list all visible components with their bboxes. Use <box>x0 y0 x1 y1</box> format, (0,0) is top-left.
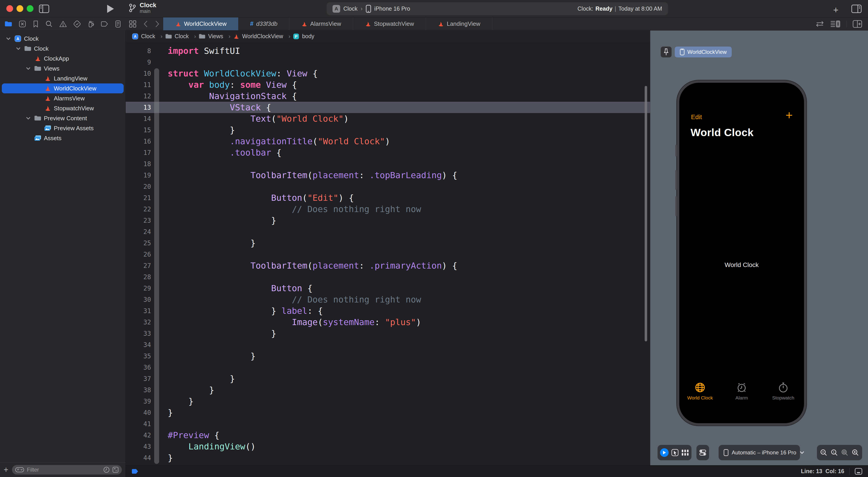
breadcrumb-item[interactable]: Clock › <box>165 33 199 39</box>
code-line[interactable]: 18 <box>126 158 650 170</box>
bookmarks-navigator-icon[interactable] <box>33 20 39 28</box>
code-line[interactable]: 33 } <box>126 328 650 339</box>
variants-mode-icon[interactable] <box>681 449 689 456</box>
disclosure-chevron-icon[interactable] <box>15 47 22 50</box>
phone-tab[interactable]: World Clock <box>679 382 721 400</box>
code-line[interactable]: 22 // Does nothing right now <box>126 204 650 215</box>
zoom-in-icon[interactable] <box>852 449 859 456</box>
breadcrumb-item[interactable]: WorldClockView › <box>233 33 293 39</box>
code-line[interactable]: 40 } <box>126 407 650 418</box>
disclosure-chevron-icon[interactable] <box>5 37 12 40</box>
source-editor[interactable]: 8 import SwiftUI 9 10 struct WorldClockV… <box>126 42 650 465</box>
zoom-window-button[interactable] <box>27 5 33 12</box>
code-line[interactable]: 36 <box>126 362 650 373</box>
run-button[interactable] <box>106 4 115 13</box>
code-line[interactable]: 26 <box>126 249 650 260</box>
preview-target-chip[interactable]: WorldClockView <box>675 47 732 57</box>
edit-button[interactable]: Edit <box>691 114 702 121</box>
recent-files-clock-icon[interactable] <box>103 467 110 473</box>
code-line[interactable]: 17 .toolbar { <box>126 147 650 158</box>
code-line[interactable]: 19 ToolbarItem(placement: .topBarLeading… <box>126 170 650 181</box>
source-control-navigator-icon[interactable] <box>19 20 26 28</box>
code-line[interactable]: 27 ToolbarItem(placement: .primaryAction… <box>126 260 650 271</box>
filter-menu-icon[interactable] <box>15 467 24 473</box>
navigate-forward-icon[interactable] <box>151 18 163 30</box>
tree-row[interactable]: Preview Content <box>2 113 124 123</box>
disclosure-chevron-icon[interactable] <box>25 117 32 120</box>
code-line[interactable]: 41 <box>126 418 650 429</box>
code-line[interactable]: 11 var body: some View { <box>126 79 650 90</box>
editor-tab[interactable]: AlarmsView <box>289 18 353 30</box>
reports-navigator-icon[interactable] <box>115 20 121 28</box>
tree-row[interactable]: Preview Assets <box>2 123 124 133</box>
disclosure-chevron-icon[interactable] <box>25 67 32 70</box>
plus-icon[interactable]: + <box>785 109 793 121</box>
breadcrumb-item[interactable]: P body <box>293 33 314 39</box>
code-line[interactable]: 24 <box>126 226 650 237</box>
code-line[interactable]: 28 <box>126 271 650 282</box>
left-sidebar-toggle-icon[interactable] <box>39 4 49 13</box>
tree-row[interactable]: StopwatchView <box>2 103 124 113</box>
preview-device-selector[interactable]: Automatic – iPhone 16 Pro <box>719 445 800 460</box>
editor-tab[interactable]: # d33f3db <box>238 18 289 30</box>
tree-row[interactable]: AlarmsView <box>2 93 124 103</box>
editor-tab[interactable]: StopwatchView <box>353 18 426 30</box>
code-line[interactable]: 23 } <box>126 215 650 226</box>
close-window-button[interactable] <box>6 5 13 12</box>
code-line[interactable]: 29 Button { <box>126 282 650 294</box>
library-add-icon[interactable]: + <box>833 5 838 15</box>
code-line[interactable]: 44 } <box>126 452 650 464</box>
code-line[interactable]: 38 } <box>126 384 650 396</box>
project-navigator-icon[interactable] <box>4 21 12 27</box>
breakpoints-navigator-icon[interactable] <box>101 21 108 27</box>
code-line[interactable]: 25 } <box>126 237 650 249</box>
code-line[interactable]: 14 Text("World Clock") <box>126 113 650 124</box>
zoom-fit-icon[interactable] <box>841 449 848 456</box>
device-settings-icon[interactable] <box>699 449 706 456</box>
code-line[interactable]: 32 Image(systemName: "plus") <box>126 317 650 328</box>
code-line[interactable]: 8 import SwiftUI <box>126 45 650 57</box>
navigate-back-icon[interactable] <box>140 18 151 30</box>
code-line[interactable]: 9 <box>126 57 650 68</box>
code-line[interactable]: 16 .navigationTitle("World Clock") <box>126 136 650 147</box>
run-destination[interactable]: iPhone 16 Pro <box>374 5 410 12</box>
adjust-editor-options-icon[interactable] <box>830 20 841 28</box>
code-line[interactable]: 21 Button("Edit") { <box>126 192 650 204</box>
code-line[interactable]: 34 <box>126 339 650 350</box>
tree-row[interactable]: Views <box>2 63 124 73</box>
breadcrumb-item[interactable]: A Clock › <box>132 33 165 39</box>
code-line[interactable]: 20 <box>126 181 650 192</box>
code-line[interactable]: 39 } <box>126 396 650 407</box>
code-line[interactable]: 12 NavigationStack { <box>126 90 650 102</box>
tree-row[interactable]: WorldClockView <box>2 83 124 93</box>
add-file-button[interactable]: + <box>4 466 8 474</box>
debug-navigator-icon[interactable] <box>87 20 94 28</box>
editor-tab[interactable]: LandingView <box>426 18 492 30</box>
code-line[interactable]: 30 // Does nothing right now <box>126 294 650 305</box>
editor-tab[interactable]: WorldClockView <box>163 18 238 30</box>
tree-row[interactable]: A Clock <box>2 34 124 43</box>
scheme-destination-selector[interactable]: A Clock › iPhone 16 Pro <box>333 5 410 13</box>
add-editor-icon[interactable] <box>852 20 862 28</box>
breadcrumb-item[interactable]: Views › <box>199 33 233 39</box>
code-line[interactable]: 42 #Preview { <box>126 429 650 441</box>
code-line[interactable]: 10 struct WorldClockView: View { <box>126 68 650 79</box>
swap-editor-icon[interactable] <box>815 20 825 28</box>
source-control-summary[interactable]: Clock main <box>128 2 156 14</box>
right-sidebar-toggle-icon[interactable] <box>851 4 862 13</box>
select-mode-icon[interactable] <box>671 449 679 456</box>
tree-row[interactable]: ClockApp <box>2 54 124 63</box>
zoom-out-icon[interactable] <box>820 449 827 456</box>
minimize-window-button[interactable] <box>17 5 23 12</box>
breakpoint-toggle-icon[interactable] <box>131 468 139 475</box>
tests-navigator-icon[interactable] <box>73 20 81 28</box>
tree-row[interactable]: Assets <box>2 133 124 143</box>
editor-scrollbar[interactable] <box>645 86 647 341</box>
code-line[interactable]: 15 } <box>126 124 650 136</box>
source-control-status-filter-icon[interactable] <box>112 467 119 473</box>
code-line[interactable]: 35 } <box>126 350 650 362</box>
tab-overview-icon[interactable] <box>126 18 140 30</box>
code-line[interactable]: 37 } <box>126 373 650 384</box>
filter-field[interactable]: Filter <box>12 465 122 475</box>
tree-row[interactable]: LandingView <box>2 73 124 83</box>
